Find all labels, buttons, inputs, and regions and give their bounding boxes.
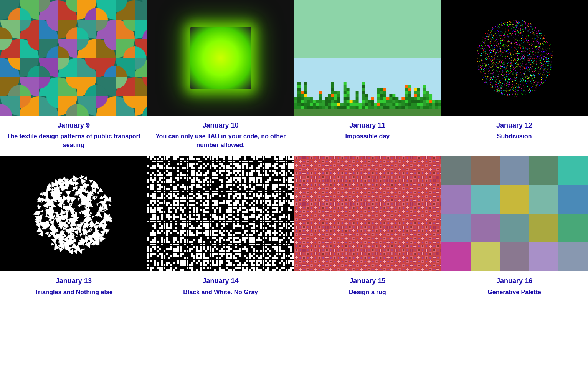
card-image-jan13 [0, 156, 147, 271]
card-jan9[interactable]: January 9 The textile design patterns of… [0, 0, 147, 156]
card-image-jan9 [0, 0, 147, 116]
palette-cell [529, 156, 558, 185]
card-jan16[interactable]: January 16 Generative Palette [441, 156, 588, 303]
palette-cell [471, 214, 500, 242]
card-jan10[interactable]: January 10 You can only use TAU in your … [147, 0, 294, 156]
card-title-jan14: Black and White. No Gray [179, 288, 262, 297]
card-title-jan9: The textile design patterns of public tr… [0, 132, 147, 149]
triangle-cluster-canvas [0, 156, 147, 271]
palette-cell [441, 214, 470, 242]
palette-cell [500, 214, 529, 242]
palette-cell [471, 242, 500, 271]
card-image-jan14 [147, 156, 294, 271]
card-title-jan10: You can only use TAU in your code, no ot… [147, 132, 294, 149]
card-jan13[interactable]: January 13 Triangles and Nothing else [0, 156, 147, 303]
glowing-square-bg [147, 0, 294, 116]
palette-cell [441, 242, 470, 271]
card-title-jan16: Generative Palette [484, 288, 545, 297]
card-jan11[interactable]: January 11 Impossible day [294, 0, 441, 156]
palette-cell [558, 242, 588, 271]
card-image-jan16 [441, 156, 588, 271]
card-title-jan13: Triangles and Nothing else [31, 288, 117, 297]
card-image-jan15 [294, 156, 441, 271]
card-title-jan15: Design a rug [345, 288, 390, 297]
particle-cluster-canvas [441, 0, 588, 116]
palette-cell [529, 242, 558, 271]
card-date-jan15[interactable]: January 15 [345, 277, 389, 285]
card-jan12[interactable]: January 12 Subdivision [441, 0, 588, 156]
palette-cell [529, 214, 558, 242]
card-date-jan12[interactable]: January 12 [492, 121, 536, 130]
card-jan14[interactable]: January 14 Black and White. No Gray [147, 156, 294, 303]
card-title-jan12: Subdivision [493, 132, 536, 141]
palette-cell [500, 242, 529, 271]
card-date-jan11[interactable]: January 11 [345, 121, 389, 130]
palette-cell [500, 156, 529, 185]
glowing-square [190, 27, 251, 89]
card-image-jan10 [147, 0, 294, 116]
card-date-jan13[interactable]: January 13 [52, 277, 96, 285]
palette-cell [441, 156, 470, 185]
card-jan15[interactable]: January 15 Design a rug [294, 156, 441, 303]
palette-grid [441, 156, 588, 271]
palette-cell [441, 185, 470, 214]
card-date-jan10[interactable]: January 10 [199, 121, 243, 130]
palette-cell [500, 185, 529, 214]
textile-canvas [0, 0, 147, 116]
bw-pattern-canvas [147, 156, 294, 271]
card-image-jan11 [294, 0, 441, 116]
pixel-landscape-canvas [294, 0, 441, 116]
palette-cell [558, 185, 588, 214]
rug-canvas [294, 156, 441, 271]
palette-cell [558, 214, 588, 242]
card-date-jan9[interactable]: January 9 [54, 121, 94, 130]
card-date-jan14[interactable]: January 14 [199, 277, 243, 285]
card-title-jan11: Impossible day [342, 132, 394, 141]
palette-cell [471, 156, 500, 185]
gallery-grid: January 9 The textile design patterns of… [0, 0, 588, 303]
card-date-jan16[interactable]: January 16 [492, 277, 536, 285]
palette-cell [558, 156, 588, 185]
card-image-jan12 [441, 0, 588, 116]
palette-cell [529, 185, 558, 214]
palette-cell [471, 185, 500, 214]
